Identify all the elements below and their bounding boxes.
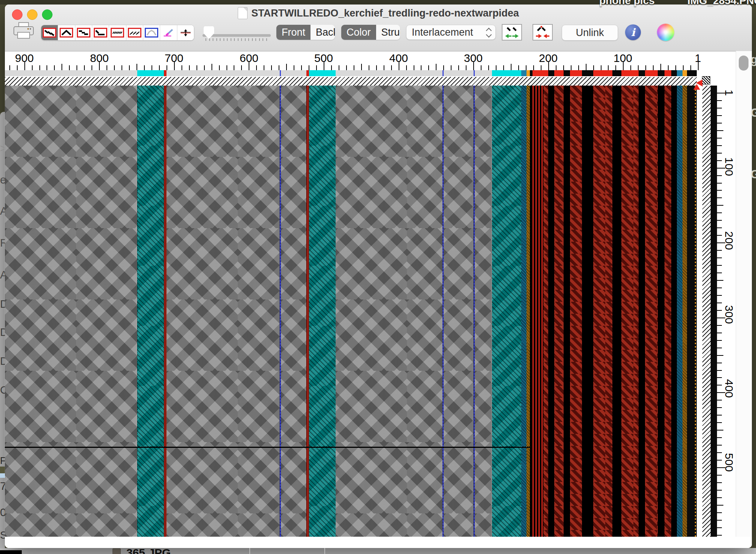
hruler-tick (391, 65, 392, 70)
pattern-button-fine-diagonal[interactable] (126, 25, 143, 40)
contract-repeat-button[interactable] (532, 24, 553, 41)
file-thumbnail-icon[interactable] (112, 548, 121, 554)
vertical-scrollbar-track[interactable] (736, 51, 752, 546)
color-wheel-button[interactable] (657, 24, 674, 41)
hruler-tick (428, 65, 429, 70)
vruler-tick (717, 310, 722, 311)
pattern-button-brush-tool[interactable] (160, 25, 177, 40)
color-tab[interactable]: Color (341, 25, 376, 40)
hruler-tick (69, 65, 70, 70)
background-text-fragment: > (0, 142, 5, 155)
weft-color-bar[interactable] (711, 86, 717, 537)
vruler-label-500: 500 (723, 453, 735, 472)
printer-icon (12, 22, 36, 41)
hruler-tick (548, 62, 549, 70)
hruler-tick (376, 65, 377, 70)
fabric-band-gray (166, 86, 280, 537)
background-text-fragment: C (0, 384, 5, 397)
hruler-tick (182, 65, 182, 70)
fabric-band-steel (677, 86, 682, 537)
warp-bar-segment (309, 70, 336, 76)
fabric-band-steel (521, 86, 526, 537)
info-button[interactable]: i (625, 24, 641, 40)
vertical-scrollbar-thumb[interactable] (739, 56, 748, 71)
interlacement-dropdown[interactable]: Interlacement (406, 25, 496, 40)
background-color-block (0, 473, 5, 478)
screen: 365.JPG STARTWILLREDO_kerchief_tredling-… (0, 0, 756, 554)
hruler-tick (563, 65, 564, 70)
back-tab[interactable]: Back (310, 25, 335, 40)
pattern-button-twill-diagonal[interactable] (41, 25, 58, 40)
hruler-tick (256, 65, 257, 70)
fabric-band-cyan (492, 86, 521, 537)
fabric-band-orange (526, 86, 530, 537)
struc-tab[interactable]: Struc (376, 25, 400, 40)
expand-repeat-button[interactable] (502, 24, 522, 41)
warp-bar-segment (444, 70, 474, 76)
hruler-tick (76, 65, 77, 70)
pattern-button-point-twill[interactable] (58, 25, 75, 40)
vruler-tick (717, 197, 722, 198)
vruler-tick (717, 520, 722, 521)
fabric-band-orange (682, 86, 687, 537)
hruler-tick (421, 65, 422, 70)
vruler-tick (717, 272, 722, 273)
pattern-button-curve-profile[interactable] (143, 25, 160, 40)
vruler-label-300: 300 (723, 305, 735, 324)
hruler-tick (249, 62, 249, 70)
background-text-fragment: G (750, 106, 756, 119)
vruler-tick (717, 370, 722, 371)
hruler-tick (226, 65, 227, 70)
weaving-drawdown-area[interactable] (5, 86, 697, 537)
desktop-black-patch (0, 550, 22, 554)
hruler-tick (496, 65, 496, 70)
desktop-label[interactable]: phone pics (599, 0, 655, 7)
vruler-tick (717, 400, 722, 400)
hruler-tick (354, 65, 354, 70)
hruler-tick (690, 65, 691, 70)
hruler-tick (526, 65, 526, 70)
slider-tick (238, 38, 238, 41)
warp-bar-red (570, 70, 582, 76)
warp-bar-segment (677, 70, 682, 76)
vruler-tick (717, 265, 722, 266)
hruler-tick (615, 65, 616, 70)
plaid-stripe-plines (532, 86, 543, 537)
hruler-tick (608, 65, 609, 70)
vruler-tick (717, 363, 722, 363)
plaid-stripe-pblack (530, 86, 532, 537)
brush-tool-icon (162, 27, 175, 38)
hruler-tick (122, 65, 122, 70)
vruler-tick (717, 490, 722, 491)
slider-tick (252, 38, 253, 41)
hruler-tick (271, 65, 272, 70)
pattern-button-step-twill[interactable] (92, 25, 109, 40)
vruler-tick (717, 303, 722, 303)
plaid-stripe-pblack (582, 86, 593, 537)
plaid-stripe-pred (664, 86, 671, 537)
unlink-button[interactable]: Unlink (562, 25, 618, 41)
vruler-tick (717, 377, 722, 378)
slider-tick (206, 38, 206, 41)
fabric-band-darkred (164, 86, 166, 537)
fine-diagonal-icon (128, 28, 141, 38)
desktop-label[interactable]: IMG_2854.PNG (687, 0, 756, 7)
pattern-button-fine-zigzag[interactable] (109, 25, 126, 40)
hruler-tick (384, 65, 384, 70)
slider-tick (220, 38, 220, 41)
front-tab[interactable]: Front (276, 25, 310, 40)
background-text-fragment: G (750, 167, 756, 181)
hruler-tick (189, 65, 190, 70)
background-color-block (0, 467, 5, 473)
vruler-tick (717, 242, 725, 243)
pattern-button-broken-twill[interactable] (75, 25, 92, 40)
print-button[interactable] (12, 22, 36, 41)
repeat-arrow-up-icon[interactable] (693, 84, 700, 90)
hruler-tick (586, 64, 586, 70)
pattern-button-vertical-adjust[interactable] (177, 25, 194, 40)
plaid-stripe-pred (570, 86, 582, 537)
warp-bar-segment (521, 70, 526, 76)
repeat-corner-handle[interactable] (702, 76, 710, 84)
hruler-tick (166, 65, 167, 70)
vruler-tick (717, 93, 725, 93)
